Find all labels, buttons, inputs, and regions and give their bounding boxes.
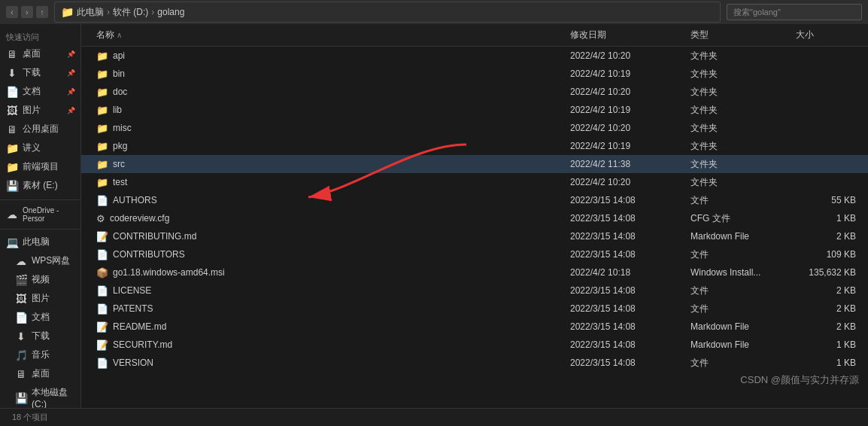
file-name-cell: 📄 LICENSE <box>93 285 567 297</box>
file-icon: 📄 <box>96 249 108 260</box>
onedrive-item[interactable]: ☁ OneDrive - Persor <box>0 203 80 226</box>
table-row[interactable]: 📁 test 2022/4/2 10:20 文件夹 <box>81 173 868 191</box>
file-name: PATENTS <box>113 303 153 314</box>
table-row[interactable]: 📄 PATENTS 2022/3/15 14:08 文件 2 KB <box>81 300 868 318</box>
sidebar-item-music[interactable]: 🎵 音乐 <box>0 345 80 364</box>
sidebar-item-desktop[interactable]: 🖥 桌面 📌 <box>0 44 80 63</box>
col-name[interactable]: 名称 ∧ <box>93 27 567 43</box>
sidebar: 快速访问 🖥 桌面 📌 ⬇ 下载 📌 📄 文档 📌 🖼 图片 📌 <box>0 24 81 408</box>
wps-icon: ☁ <box>15 255 27 267</box>
sidebar-item-picture2[interactable]: 🖼 图片 <box>0 289 80 308</box>
file-name-cell: 📦 go1.18.windows-amd64.msi <box>93 266 567 279</box>
table-row[interactable]: 📦 go1.18.windows-amd64.msi 2022/4/2 10:1… <box>81 263 868 281</box>
col-type[interactable]: 类型 <box>687 27 793 43</box>
this-pc-item[interactable]: 💻 此电脑 <box>0 233 80 251</box>
file-name-cell: 📁 test <box>93 176 567 189</box>
file-modified-cell: 2022/3/15 14:08 <box>567 248 687 260</box>
sidebar-item-desktop2[interactable]: 🖥 桌面 <box>0 364 80 383</box>
file-name-cell: 📁 pkg <box>93 140 567 153</box>
sidebar-item-downloads[interactable]: ⬇ 下载 📌 <box>0 63 80 82</box>
table-row[interactable]: 📁 src 2022/4/2 11:38 文件夹 <box>81 155 868 173</box>
table-row[interactable]: 📄 CONTRIBUTORS 2022/3/15 14:08 文件 109 KB <box>81 245 868 263</box>
file-type-cell: 文件夹 <box>687 121 793 135</box>
sidebar-item-video[interactable]: 🎬 视频 <box>0 270 80 289</box>
file-size-cell: 1 KB <box>793 357 868 369</box>
file-name: CONTRIBUTORS <box>113 249 185 260</box>
folder-icon: 📁 <box>96 50 108 62</box>
file-size-cell: 2 KB <box>793 321 868 333</box>
file-name: lib <box>113 105 122 115</box>
sidebar-item-docs[interactable]: 📄 文档 📌 <box>0 82 80 101</box>
file-modified-cell: 2022/4/2 10:20 <box>567 86 687 98</box>
folder-icon: 📁 <box>96 177 108 188</box>
up-button[interactable]: ↑ <box>36 6 48 18</box>
file-type-cell: Markdown File <box>687 321 793 333</box>
sidebar-item-wps[interactable]: ☁ WPS网盘 <box>0 251 80 270</box>
file-modified-cell: 2022/3/15 14:08 <box>567 321 687 333</box>
col-size[interactable]: 大小 <box>793 27 868 43</box>
sidebar-item-doc2[interactable]: 📄 文档 <box>0 308 80 327</box>
sidebar-item-public-desktop[interactable]: 🖥 公用桌面 <box>0 120 80 138</box>
breadcrumb-icon: 📁 <box>61 6 74 18</box>
sidebar-item-label: 桌面 <box>32 367 50 380</box>
file-type-cell: 文件夹 <box>687 49 793 63</box>
file-modified-cell: 2022/3/15 14:08 <box>567 357 687 369</box>
table-row[interactable]: 📁 bin 2022/4/2 10:19 文件夹 <box>81 65 868 83</box>
sidebar-item-label: 图片 <box>23 104 41 117</box>
file-type-cell: 文件夹 <box>687 103 793 117</box>
file-size-cell <box>793 109 868 111</box>
file-name-cell: 📄 AUTHORS <box>93 194 567 207</box>
sidebar-item-frontend[interactable]: 📁 前端项目 <box>0 157 80 176</box>
sidebar-item-label: 桌面 <box>23 47 41 60</box>
breadcrumb-item-drive[interactable]: 软件 (D:) <box>113 6 148 19</box>
folder-icon: 📁 <box>96 141 108 152</box>
sidebar-item-label: 视频 <box>32 273 50 286</box>
breadcrumb-item-current[interactable]: golang <box>157 7 184 17</box>
file-modified-cell: 2022/4/2 11:38 <box>567 158 687 170</box>
sidebar-item-label: 文档 <box>23 85 41 98</box>
table-row[interactable]: 📁 lib 2022/4/2 10:19 文件夹 <box>81 101 868 119</box>
table-row[interactable]: 📁 doc 2022/4/2 10:20 文件夹 <box>81 83 868 101</box>
table-row[interactable]: 📝 README.md 2022/3/15 14:08 Markdown Fil… <box>81 318 868 336</box>
table-row[interactable]: 📄 AUTHORS 2022/3/15 14:08 文件 55 KB <box>81 191 868 209</box>
sidebar-item-dl2[interactable]: ⬇ 下载 <box>0 327 80 345</box>
file-type-cell: 文件 <box>687 284 793 298</box>
col-modified[interactable]: 修改日期 <box>567 27 687 43</box>
sidebar-item-material[interactable]: 💾 素材 (E:) <box>0 176 80 195</box>
back-button[interactable]: ‹ <box>6 6 18 18</box>
sidebar-item-local-c[interactable]: 💾 本地磁盘 (C:) <box>0 383 80 408</box>
sidebar-item-label: 前端项目 <box>23 160 59 173</box>
local-c-icon: 💾 <box>15 392 27 404</box>
lectures-icon: 📁 <box>6 142 18 154</box>
sidebar-item-pictures[interactable]: 🖼 图片 📌 <box>0 101 80 120</box>
table-row[interactable]: 📁 api 2022/4/2 10:20 文件夹 <box>81 47 868 65</box>
table-row[interactable]: 📄 VERSION 2022/3/15 14:08 文件 1 KB <box>81 354 868 372</box>
table-row[interactable]: 📝 CONTRIBUTING.md 2022/3/15 14:08 Markdo… <box>81 227 868 245</box>
forward-button[interactable]: › <box>21 6 33 18</box>
file-modified-cell: 2022/4/2 10:19 <box>567 140 687 152</box>
file-name-cell: 📁 lib <box>93 104 567 117</box>
file-icon: 📝 <box>96 339 108 351</box>
table-row[interactable]: 📝 SECURITY.md 2022/3/15 14:08 Markdown F… <box>81 336 868 354</box>
file-name-cell: 📄 CONTRIBUTORS <box>93 248 567 261</box>
file-type-cell: 文件夹 <box>687 157 793 172</box>
table-row[interactable]: 📁 pkg 2022/4/2 10:19 文件夹 <box>81 137 868 155</box>
search-box[interactable]: 搜索"golang" <box>727 4 862 20</box>
breadcrumb-item-pc[interactable]: 此电脑 <box>77 6 104 19</box>
table-row[interactable]: ⚙ codereview.cfg 2022/3/15 14:08 CFG 文件 … <box>81 209 868 227</box>
file-list: 📁 api 2022/4/2 10:20 文件夹 📁 bin 2022/4/2 … <box>81 47 868 408</box>
sidebar-item-lectures[interactable]: 📁 讲义 <box>0 138 80 157</box>
file-modified-cell: 2022/3/15 14:08 <box>567 212 687 224</box>
sidebar-item-label: 文档 <box>32 311 50 324</box>
file-icon: 📄 <box>96 358 108 369</box>
file-size-cell <box>793 163 868 165</box>
table-row[interactable]: 📁 misc 2022/4/2 10:20 文件夹 <box>81 119 868 137</box>
file-name-cell: 📁 misc <box>93 122 567 135</box>
file-modified-cell: 2022/4/2 10:20 <box>567 122 687 134</box>
file-name: doc <box>113 87 127 97</box>
file-size-cell: 109 KB <box>793 248 868 260</box>
breadcrumb: 📁 此电脑 › 软件 (D:) › golang <box>54 2 721 23</box>
file-name: pkg <box>113 141 127 151</box>
table-row[interactable]: 📄 LICENSE 2022/3/15 14:08 文件 2 KB <box>81 281 868 300</box>
file-icon: ⚙ <box>96 213 105 224</box>
